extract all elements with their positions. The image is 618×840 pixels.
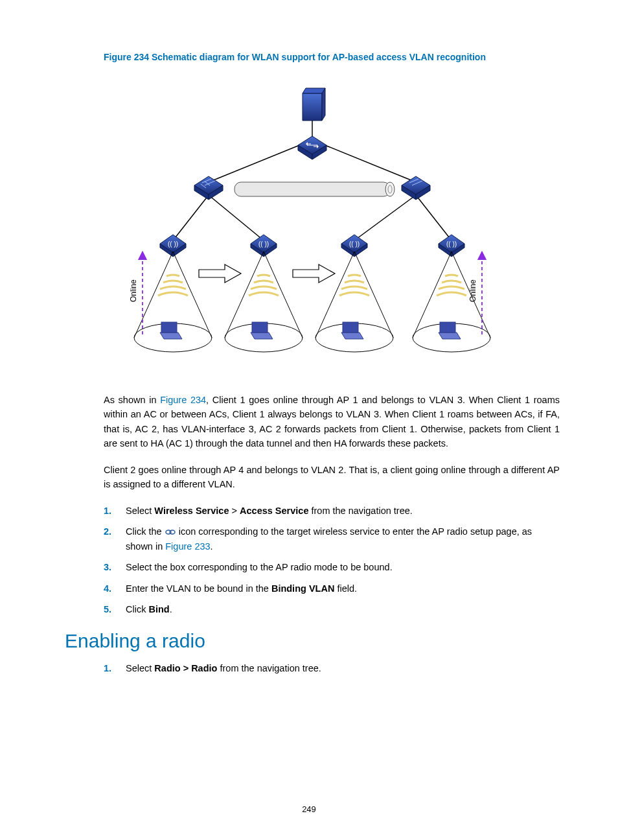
svg-line-5 [354,195,416,240]
figure-caption: Figure 234 Schematic diagram for WLAN su… [104,52,560,62]
svg-marker-47 [160,332,182,339]
svg-marker-52 [251,332,273,339]
svg-marker-8 [303,88,325,93]
svg-text:(( )): (( )) [349,240,360,248]
svg-rect-58 [343,322,358,332]
svg-line-4 [209,195,264,240]
ap-row: (( )) (( )) (( )) (( )) [160,235,464,257]
figure-233-link[interactable]: Figure 233 [165,541,210,552]
svg-rect-25 [235,182,390,196]
link-icon [165,526,176,537]
svg-rect-48 [161,322,177,332]
coverage [134,251,490,352]
svg-line-45 [173,251,212,338]
heading-enabling-radio: Enabling a radio [65,630,560,652]
svg-point-67 [170,530,175,534]
svg-marker-9 [322,88,325,121]
svg-marker-57 [341,332,363,339]
roam-arrows [199,264,335,283]
online-label-right: Online [468,279,477,302]
svg-marker-7 [303,93,322,121]
paragraph-2: Client 2 goes online through AP 4 and be… [104,463,560,492]
steps-list-1: 1.Select Wireless Service > Access Servi… [104,504,560,617]
page-number: 249 [0,804,618,814]
svg-point-26 [385,182,395,196]
svg-rect-63 [440,322,455,332]
svg-line-55 [354,251,393,338]
svg-marker-62 [439,332,461,339]
svg-text:(( )): (( )) [446,240,457,248]
svg-line-2 [312,140,416,182]
svg-text:(( )): (( )) [258,240,269,248]
svg-line-3 [173,195,209,240]
figure-234-link[interactable]: Figure 234 [160,395,206,405]
svg-line-1 [209,140,312,182]
steps-list-2: 1.Select Radio > Radio from the navigati… [104,661,560,675]
svg-rect-53 [252,322,268,332]
svg-text:(( )): (( )) [168,240,178,248]
paragraph-1: As shown in Figure 234, Client 1 goes on… [104,393,560,451]
svg-line-50 [264,251,303,338]
network-diagram: (( )) (( )) (( )) (( )) [111,82,513,367]
online-label-left: Online [129,279,138,302]
svg-line-6 [416,195,452,240]
